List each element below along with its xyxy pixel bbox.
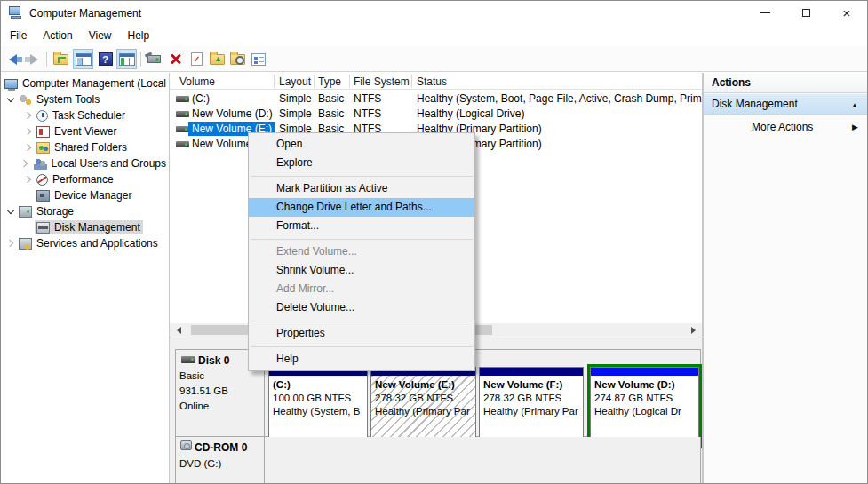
disk-icon [181,356,195,363]
volume-type: Basic [318,107,344,120]
maximize-button[interactable] [785,1,826,25]
console-tree: Computer Management (Local System Tools … [1,73,170,483]
chevron-collapsed-icon[interactable] [22,173,35,186]
column-separator[interactable] [411,75,412,88]
menu-bar: File Action View Help [1,25,867,46]
show-hide-action-pane-button[interactable] [116,49,137,69]
volume-icon [176,96,189,102]
rescan-disks-button[interactable] [144,49,164,69]
partition-c[interactable]: (C:) 100.00 GB NTFS Healthy (System, B [268,367,368,446]
task-scheduler-icon [36,110,48,122]
tree-item-task-scheduler[interactable]: Task Scheduler [1,107,169,123]
tree-item-label: Storage [36,205,74,218]
menu-help[interactable]: Help [120,27,158,44]
tree-item-services-and-applications[interactable]: Services and Applications [1,235,169,251]
menu-view[interactable]: View [81,27,120,44]
tree-item-disk-management[interactable]: Disk Management [1,219,169,235]
chevron-expanded-icon[interactable] [4,93,17,106]
tree-item-shared-folders[interactable]: Shared Folders [1,139,169,155]
computer-management-window: Computer Management × File Action View H… [0,0,868,484]
column-header-type[interactable]: Type [318,75,341,88]
up-one-level-icon [53,54,68,65]
tree-item-system-tools[interactable]: System Tools [1,91,169,107]
chevron-expanded-icon[interactable] [4,205,17,218]
context-menu-properties[interactable]: Properties [249,324,474,343]
tree-item-computer-management[interactable]: Computer Management (Local [1,75,169,91]
actions-pane: Actions Disk Management ▲ More Actions ▶ [703,73,867,483]
menu-file[interactable]: File [2,27,35,44]
chevron-collapsed-icon[interactable] [20,157,32,170]
volume-row-c[interactable]: (C:) Simple Basic NTFS Healthy (System, … [170,91,702,107]
help-icon: ? [99,52,113,66]
chevron-collapsed-icon[interactable] [4,237,17,250]
volume-name: (C:) [192,92,210,105]
column-separator[interactable] [314,75,315,88]
scroll-right-button[interactable] [686,323,700,337]
explore-button[interactable] [227,49,248,69]
tree-item-event-viewer[interactable]: Event Viewer [1,123,169,139]
open-button[interactable] [207,49,227,69]
minimize-button[interactable] [745,1,785,25]
partition-size: 278.32 GB NTFS [483,392,583,405]
scroll-right-icon [691,327,696,334]
volume-row-d[interactable]: New Volume (D:) Simple Basic NTFS Health… [170,107,702,122]
explore-folder-icon [230,54,245,65]
column-separator[interactable] [349,75,350,88]
rescan-disks-icon [147,55,161,63]
delete-volume-button[interactable] [165,49,186,69]
volume-list-header: Volume Layout Type File System Status [170,73,702,90]
context-menu-help[interactable]: Help [249,350,474,369]
column-header-status[interactable]: Status [417,75,447,88]
actions-group-label: Disk Management [712,98,798,110]
extended-partition-border: New Volume (D:) 274.87 GB NTFS Healthy (… [587,364,702,448]
chevron-collapsed-icon[interactable] [22,109,35,122]
context-menu-change-drive-letter[interactable]: Change Drive Letter and Paths... [249,198,474,217]
tree-item-label: Services and Applications [36,237,158,250]
actions-group-disk-management[interactable]: Disk Management ▲ [704,94,867,115]
context-menu-format[interactable]: Format... [249,217,474,235]
context-menu-explore[interactable]: Explore [249,154,474,172]
context-menu-delete-volume[interactable]: Delete Volume... [249,298,474,317]
help-button[interactable]: ? [95,49,115,69]
view-options-button[interactable] [248,49,268,69]
cdrom-0-label[interactable]: CD-ROM 0 DVD (G:) [176,437,265,483]
properties-button[interactable]: ✓ [187,49,207,69]
context-menu-open[interactable]: Open [249,135,474,154]
chevron-collapsed-icon[interactable] [22,125,35,138]
forward-button[interactable] [24,49,44,69]
tree-item-device-manager[interactable]: Device Manager [1,187,169,203]
collapse-group-icon[interactable]: ▲ [851,101,858,109]
tree-item-local-users-and-groups[interactable]: Local Users and Groups [1,155,169,171]
partition-d[interactable]: New Volume (D:) 274.87 GB NTFS Healthy (… [590,367,699,446]
scroll-left-button[interactable] [171,323,186,337]
tree-item-storage[interactable]: Storage [1,203,169,219]
column-separator[interactable] [274,75,275,88]
disk-name: Disk 0 [198,354,229,367]
up-one-level-button[interactable] [51,49,71,69]
console-tree-icon [76,53,92,66]
partition-status: Healthy (Primary Par [483,405,583,418]
title-bar: Computer Management × [1,1,867,25]
partition-e-selected[interactable]: New Volume (E:) 278.32 GB NTFS Healthy (… [370,367,476,446]
show-hide-console-tree-button[interactable] [73,49,93,69]
minimize-icon [760,12,770,13]
cdrom-name: CD-ROM 0 [195,441,247,454]
partition-f[interactable]: New Volume (F:) 278.32 GB NTFS Healthy (… [479,367,584,446]
partition-name: New Volume (D:) [594,378,698,392]
menu-separator [249,235,474,242]
tree-item-label: Shared Folders [54,141,127,154]
column-header-file-system[interactable]: File System [354,75,410,88]
local-users-icon [34,158,47,170]
tree-item-performance[interactable]: Performance [1,171,169,187]
menu-action[interactable]: Action [35,27,80,44]
back-button[interactable] [3,49,23,69]
cdrom-0-row: CD-ROM 0 DVD (G:) [175,437,701,483]
context-menu-mark-partition-active[interactable]: Mark Partition as Active [249,179,474,198]
column-header-layout[interactable]: Layout [279,75,311,88]
column-header-volume[interactable]: Volume [179,75,215,88]
chevron-collapsed-icon[interactable] [22,141,35,154]
context-menu-shrink-volume[interactable]: Shrink Volume... [249,261,474,280]
more-actions-item[interactable]: More Actions ▶ [704,119,867,137]
tree-item-label: Task Scheduler [52,109,125,122]
close-button[interactable]: × [826,1,867,25]
